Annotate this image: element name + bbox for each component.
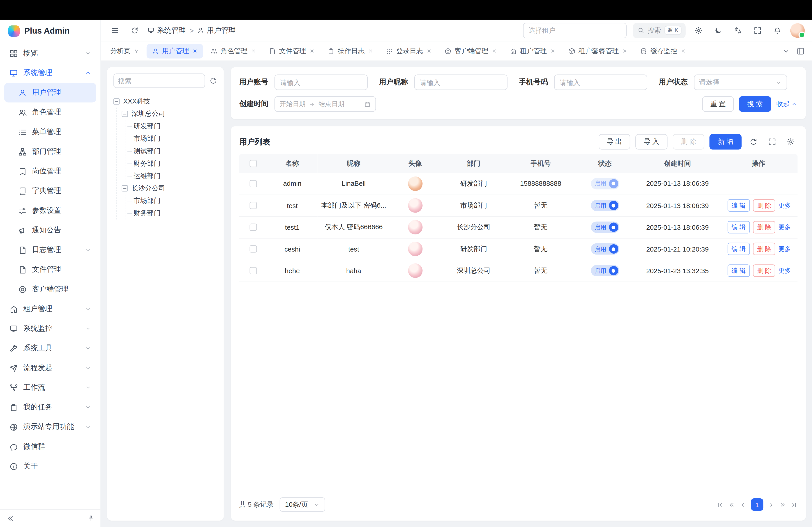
tab-login-log[interactable]: 登录日志: [380, 44, 437, 58]
collapse-sidebar-icon[interactable]: [6, 514, 15, 523]
fullscreen-button[interactable]: [751, 24, 765, 37]
breadcrumb-system-management[interactable]: 系统管理: [147, 26, 186, 35]
edit-button[interactable]: 编 辑: [727, 243, 750, 255]
next-page-button[interactable]: [768, 501, 775, 508]
tree-search-input[interactable]: [114, 74, 205, 88]
close-icon[interactable]: [192, 48, 198, 54]
close-icon[interactable]: [681, 48, 686, 54]
collapse-filter-link[interactable]: 收起: [777, 100, 798, 109]
more-actions-link[interactable]: 更多: [779, 223, 791, 230]
sidebar-item-file-management[interactable]: 文件管理: [4, 260, 96, 280]
global-search-button[interactable]: 搜索 ⌘ K: [633, 22, 686, 38]
tree-node-test-dept[interactable]: 测试部门: [133, 145, 217, 157]
edit-button[interactable]: 编 辑: [727, 221, 750, 233]
sidebar-item-user-management[interactable]: 用户管理: [4, 83, 96, 102]
tab-client-management[interactable]: 客户端管理: [439, 44, 502, 58]
sidebar-item-param-settings[interactable]: 参数设置: [4, 201, 96, 221]
tree-node-finance-dept-2[interactable]: 财务部门: [133, 207, 217, 219]
tab-tenant-management[interactable]: 租户管理: [504, 44, 561, 58]
fullscreen-table-button[interactable]: [765, 135, 779, 149]
phone-input[interactable]: [554, 75, 647, 90]
export-button[interactable]: 导 出: [598, 134, 630, 150]
status-select[interactable]: 请选择: [694, 75, 787, 90]
status-toggle[interactable]: 启用: [591, 222, 619, 233]
collapse-node-icon[interactable]: [122, 185, 128, 192]
sidebar-item-system-management[interactable]: 系统管理: [4, 63, 96, 83]
page-size-select[interactable]: 10条/页: [280, 497, 325, 512]
collapse-node-icon[interactable]: [114, 98, 120, 105]
status-toggle[interactable]: 启用: [591, 178, 619, 189]
settings-button[interactable]: [692, 24, 705, 37]
row-checkbox[interactable]: [249, 202, 257, 209]
sidebar-item-overview[interactable]: 概览: [4, 44, 96, 63]
sidebar-item-tenant-management[interactable]: 租户管理: [4, 299, 96, 319]
refresh-page-button[interactable]: [128, 24, 142, 37]
sidebar-item-wechat-group[interactable]: 微信群: [4, 437, 96, 456]
refresh-table-button[interactable]: [747, 135, 760, 149]
status-toggle[interactable]: 启用: [591, 265, 619, 276]
select-all-checkbox[interactable]: [249, 160, 257, 167]
tree-refresh-button[interactable]: [209, 77, 218, 85]
reset-button[interactable]: 重 置: [702, 96, 734, 112]
row-checkbox[interactable]: [249, 245, 257, 253]
pin-sidebar-icon[interactable]: [88, 515, 94, 522]
tree-node-finance-dept[interactable]: 财务部门: [133, 157, 217, 170]
row-checkbox[interactable]: [249, 224, 257, 231]
sidebar-item-my-tasks[interactable]: 我的任务: [4, 397, 96, 417]
delete-row-button[interactable]: 删 除: [753, 199, 775, 212]
next-5-pages-button[interactable]: [779, 501, 786, 508]
close-icon[interactable]: [622, 48, 627, 54]
close-icon[interactable]: [426, 48, 432, 54]
tree-node-shenzhen-hq[interactable]: 深圳总公司: [122, 108, 218, 120]
date-range-picker[interactable]: 开始日期 结束日期: [275, 96, 376, 112]
first-page-button[interactable]: [717, 501, 724, 508]
delete-row-button[interactable]: 删 除: [753, 243, 775, 255]
hamburger-menu-button[interactable]: [108, 24, 122, 37]
status-toggle[interactable]: 启用: [591, 200, 619, 211]
pin-icon[interactable]: [133, 48, 139, 54]
sidebar-item-client-management[interactable]: 客户端管理: [4, 280, 96, 299]
prev-page-button[interactable]: [740, 501, 746, 508]
tab-role-management[interactable]: 角色管理: [205, 44, 261, 58]
prev-5-pages-button[interactable]: [728, 501, 735, 508]
close-icon[interactable]: [550, 48, 555, 54]
tab-file-management[interactable]: 文件管理: [264, 44, 320, 58]
sidebar-item-demo-features[interactable]: 演示站专用功能: [4, 417, 96, 437]
sidebar-item-role-management[interactable]: 角色管理: [4, 103, 96, 122]
tab-cache-monitor[interactable]: 缓存监控: [635, 44, 691, 58]
more-actions-link[interactable]: 更多: [779, 201, 791, 209]
close-icon[interactable]: [309, 48, 315, 54]
import-button[interactable]: 导 入: [635, 134, 667, 150]
theme-toggle-button[interactable]: [712, 24, 725, 37]
tree-node-market-dept-2[interactable]: 市场部门: [133, 195, 217, 207]
sidebar-item-log-management[interactable]: 日志管理: [4, 240, 96, 260]
tab-analysis[interactable]: 分析页: [105, 44, 144, 58]
notifications-button[interactable]: [770, 24, 784, 37]
search-button[interactable]: 搜 索: [739, 96, 771, 112]
add-button[interactable]: 新 增: [710, 134, 741, 150]
table-settings-button[interactable]: [784, 135, 798, 149]
sidebar-item-menu-management[interactable]: 菜单管理: [4, 122, 96, 142]
close-icon[interactable]: [250, 48, 256, 54]
sidebar-item-process-start[interactable]: 流程发起: [4, 358, 96, 378]
delete-row-button[interactable]: 删 除: [753, 265, 775, 277]
layout-panel-icon[interactable]: [796, 47, 805, 55]
user-avatar[interactable]: [791, 23, 805, 37]
tree-node-rd-dept[interactable]: 研发部门: [133, 120, 217, 133]
row-checkbox[interactable]: [249, 180, 257, 187]
nickname-input[interactable]: [414, 75, 508, 90]
tree-node-ops-dept[interactable]: 运维部门: [133, 170, 217, 182]
sidebar-item-dict-management[interactable]: 字典管理: [4, 181, 96, 201]
last-page-button[interactable]: [791, 501, 798, 508]
edit-button[interactable]: 编 辑: [727, 199, 750, 212]
breadcrumb-user-management[interactable]: 用户管理: [197, 26, 236, 35]
language-button[interactable]: [731, 24, 745, 37]
delete-button[interactable]: 删 除: [672, 134, 705, 150]
sidebar-item-workflow[interactable]: 工作流: [4, 378, 96, 397]
sidebar-item-notice[interactable]: 通知公告: [4, 221, 96, 240]
more-actions-link[interactable]: 更多: [779, 267, 791, 274]
collapse-node-icon[interactable]: [122, 111, 128, 117]
tree-node-changsha-branch[interactable]: 长沙分公司: [122, 182, 218, 195]
sidebar-item-system-tools[interactable]: 系统工具: [4, 338, 96, 358]
sidebar-item-about[interactable]: 关于: [4, 456, 96, 476]
